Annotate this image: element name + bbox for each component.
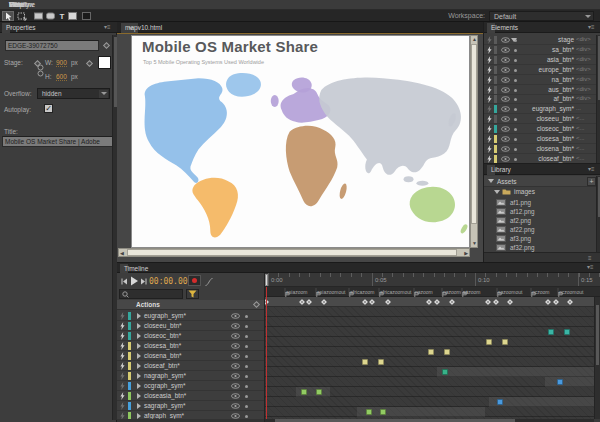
background-color-swatch[interactable] [82, 12, 91, 20]
element-name[interactable]: asia_btn* [518, 56, 574, 63]
library-item-af22png[interactable]: af22.png [484, 225, 596, 234]
trigger-marker-nazoom[interactable]: nazoom [413, 288, 415, 296]
action-keyframe-diamond[interactable] [321, 299, 327, 305]
keyframe-marker[interactable] [428, 349, 434, 355]
expand-triangle-icon[interactable] [137, 373, 141, 379]
element-name[interactable]: closesa_btn* [518, 135, 574, 142]
timeline-layer-closeasia_btn[interactable]: closeasia_btn* [117, 391, 265, 401]
lock-dot-icon[interactable] [514, 49, 517, 52]
lock-dot-icon[interactable] [514, 108, 517, 111]
text-tool-button[interactable]: T [56, 11, 68, 21]
go-to-end-button[interactable] [140, 278, 147, 285]
tab-library[interactable]: Library× [487, 165, 495, 175]
lock-dot-icon[interactable] [514, 98, 517, 101]
trigger-marker-asiazoom[interactable]: asiazoom [284, 288, 286, 296]
action-keyframe-diamond[interactable] [507, 299, 513, 305]
close-icon[interactable]: × [127, 264, 131, 273]
element-name[interactable]: aus_btn* [518, 86, 574, 93]
easing-icon[interactable] [205, 278, 213, 286]
action-keyframe-diamond[interactable] [369, 299, 375, 305]
keyframe-marker[interactable] [486, 339, 492, 345]
expand-triangle-icon[interactable] [137, 353, 141, 359]
library-assets-row[interactable]: Assets + [484, 176, 600, 187]
action-keyframe-diamond[interactable] [426, 299, 432, 305]
rounded-rectangle-tool-button[interactable] [44, 11, 56, 21]
keyframe-lane-afgraph_sym[interactable] [265, 407, 600, 417]
workspace-dropdown[interactable]: Default [489, 11, 594, 21]
link-wh-icon[interactable] [37, 64, 44, 77]
lock-dot-icon[interactable] [245, 325, 248, 328]
timeline-layer-closeaf_btn[interactable]: closeaf_btn* [117, 361, 265, 371]
image-filename[interactable]: af22.png [510, 226, 535, 233]
element-row-europe_btn[interactable]: europe_btn*<div> [484, 65, 596, 75]
element-name[interactable]: stage [518, 36, 574, 43]
element-row-closena_btn[interactable]: closena_btn*<... [484, 144, 596, 154]
timeline-layer-closesa_btn[interactable]: closesa_btn* [117, 341, 265, 351]
layer-name[interactable]: nagraph_sym* [144, 372, 186, 379]
element-name[interactable]: closeeu_btn* [518, 115, 574, 122]
lock-dot-icon[interactable] [514, 138, 517, 141]
keyframe-marker[interactable] [564, 329, 570, 335]
library-item-af12png[interactable]: af12.png [484, 207, 596, 216]
keyframe-marker[interactable] [316, 389, 322, 395]
action-keyframe-diamond[interactable] [493, 299, 499, 305]
timeline-layer-ocgraph_sym[interactable]: ocgraph_sym* [117, 381, 265, 391]
filter-button[interactable] [186, 289, 199, 299]
action-keyframe-diamond[interactable] [306, 299, 312, 305]
lock-dot-icon[interactable] [514, 128, 517, 131]
element-row-closesa_btn[interactable]: closesa_btn*<... [484, 134, 596, 144]
element-row-sa_btn[interactable]: sa_btn*<div> [484, 45, 596, 55]
library-item-af2png[interactable]: af2.png [484, 216, 596, 225]
library-images-folder-row[interactable]: images [484, 187, 600, 197]
keyframe-marker[interactable] [362, 359, 368, 365]
lock-dot-icon[interactable] [245, 365, 248, 368]
close-icon[interactable]: × [137, 23, 141, 33]
actions-keyframe-lane[interactable] [265, 297, 600, 307]
layer-name[interactable]: closeaf_btn* [144, 362, 180, 369]
layer-name[interactable]: eugraph_sym* [144, 312, 186, 319]
timeline-ruler[interactable]: 0:000:050:100:15 [265, 273, 600, 287]
lock-dot-icon[interactable] [245, 415, 248, 418]
trigger-marker-africazoomout[interactable]: africazoomout [378, 288, 380, 296]
element-row-af_btn[interactable]: af_btn*<div> [484, 94, 596, 104]
timeline-layer-closena_btn[interactable]: closena_btn* [117, 351, 265, 361]
action-keyframe-diamond[interactable] [299, 299, 305, 305]
expand-triangle-icon[interactable] [137, 403, 141, 409]
tab-timeline[interactable]: Timeline× [120, 264, 128, 273]
keyframe-marker[interactable] [548, 329, 554, 335]
width-value[interactable]: 900 [56, 59, 67, 67]
expand-triangle-icon[interactable] [137, 343, 141, 349]
playhead-grip[interactable] [265, 274, 268, 286]
layer-name[interactable]: closeoc_btn* [144, 332, 181, 339]
element-name[interactable]: europe_btn* [518, 66, 574, 73]
elements-scrollbar[interactable] [596, 35, 600, 163]
action-keyframe-diamond[interactable] [485, 299, 491, 305]
keyframe-lane-closena_btn[interactable] [265, 347, 600, 357]
playhead-time-display[interactable]: 00:00.000 [149, 277, 192, 286]
keyframe-marker[interactable] [366, 409, 372, 415]
keyframe-lane-sagraph_sym[interactable] [265, 397, 600, 407]
autoplay-checkbox[interactable]: ✓ [44, 104, 53, 113]
element-name[interactable]: na_btn* [518, 76, 574, 83]
panel-menu-icon[interactable]: ▾≡ [588, 24, 598, 31]
keyframe-marker[interactable] [378, 359, 384, 365]
action-keyframe-diamond[interactable] [545, 299, 551, 305]
add-asset-button[interactable]: + [587, 177, 596, 186]
trigger-marker-africazoom[interactable]: africazoom [348, 288, 350, 296]
close-icon[interactable]: × [9, 23, 13, 33]
playhead-line[interactable] [266, 287, 267, 419]
timeline-search-input[interactable] [119, 289, 183, 299]
element-name[interactable]: sa_btn* [518, 46, 574, 53]
overflow-dropdown[interactable]: hidden [37, 88, 110, 99]
element-row-eugraph_sym[interactable]: eugraph_sym*... [484, 104, 596, 114]
keyframe-lane-nagraph_sym[interactable] [265, 367, 600, 377]
keyframe-marker[interactable] [380, 409, 386, 415]
layer-name[interactable]: sagraph_sym* [144, 402, 186, 409]
element-name[interactable]: closena_btn* [518, 145, 574, 152]
image-filename[interactable]: af1.png [510, 199, 531, 206]
lock-dot-icon[interactable] [514, 158, 517, 161]
keyframe-marker[interactable] [557, 379, 563, 385]
expand-triangle-icon[interactable] [488, 179, 494, 183]
lock-dot-icon[interactable] [514, 118, 517, 121]
keyframe-marker[interactable] [442, 369, 448, 375]
